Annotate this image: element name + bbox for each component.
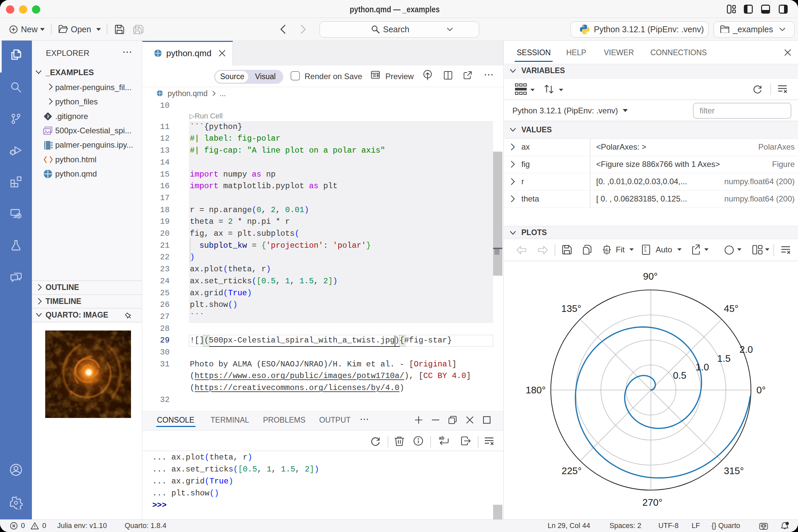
svg-text:180°: 180° (526, 385, 546, 395)
svg-text:0.5: 0.5 (673, 370, 686, 381)
svg-text:315°: 315° (724, 466, 744, 476)
svg-text:ab: ab (439, 436, 444, 440)
svg-text:90°: 90° (643, 271, 658, 282)
svg-text:45°: 45° (724, 303, 739, 314)
svg-text:0°: 0° (757, 385, 766, 395)
svg-text:1.0: 1.0 (696, 362, 709, 373)
svg-text:135°: 135° (561, 303, 581, 314)
svg-text:2.0: 2.0 (740, 344, 753, 355)
svg-text:270°: 270° (642, 497, 662, 508)
svg-text:1.5: 1.5 (717, 353, 730, 364)
svg-text:225°: 225° (562, 466, 582, 476)
